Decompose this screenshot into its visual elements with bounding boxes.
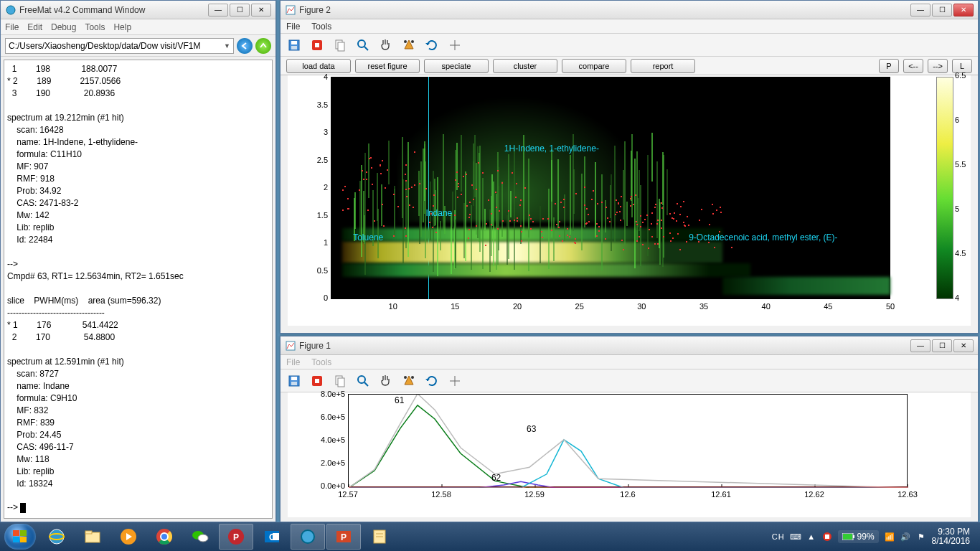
svg-rect-47 [85,531,92,534]
colorbar-ticks: 6.565.554.54 [955,75,969,299]
reset-view-icon[interactable] [424,37,440,53]
taskbar-chrome[interactable] [147,524,182,550]
tray-app-icon[interactable] [822,532,832,542]
pan-icon[interactable] [378,37,394,53]
zoom-icon[interactable] [355,373,371,389]
heatmap[interactable]: 1H-Indene, 1-ethylidene-IndaneToluene9-O… [331,77,890,299]
network-icon[interactable]: 📶 [885,532,895,542]
figure2-titlebar[interactable]: Figure 2 — ☐ ✕ [281,1,978,19]
stop-icon[interactable] [309,373,325,389]
keyboard-icon[interactable]: ⌨ [791,532,801,542]
zoom-icon[interactable] [355,37,371,53]
taskbar-wechat[interactable] [183,524,217,550]
freemat-titlebar[interactable]: FreeMat v4.2 Command Window — ☐ ✕ [1,1,275,19]
cluster-button[interactable]: cluster [493,59,557,73]
svg-point-13 [411,40,414,43]
menu-file[interactable]: File [286,22,300,32]
menu-tools[interactable]: Tools [311,22,331,32]
path-dropdown[interactable]: C:/Users/Xiaosheng/Desktop/data/Dow visi… [5,38,234,54]
reset-figure-button[interactable]: reset figure [355,59,420,73]
rotate-icon[interactable] [401,373,417,389]
menu-help[interactable]: Help [113,22,131,32]
copy-icon[interactable] [332,373,348,389]
taskbar-explorer[interactable] [75,524,110,550]
figure-app-icon [285,4,296,16]
svg-point-55 [198,534,208,542]
load-data-button[interactable]: load data [286,59,351,73]
figure2-plot[interactable]: 00.511.522.533.54 1H-Indene, 1-ethyliden… [288,75,971,326]
language-indicator[interactable]: CH [772,532,785,541]
copy-icon[interactable] [332,37,348,53]
menu-file[interactable]: File [5,22,19,32]
taskbar-app-p[interactable]: P [219,524,253,550]
path-text: C:/Users/Xiaosheng/Desktop/data/Dow visi… [9,41,200,51]
maximize-button[interactable]: ☐ [230,4,250,17]
close-button[interactable]: ✕ [251,4,271,17]
taskbar-mediaplayer[interactable] [111,524,146,550]
prompt: --> [7,502,20,512]
minimize-button[interactable]: — [910,339,930,352]
stop-icon[interactable] [309,37,325,53]
volume-icon[interactable]: 🔊 [900,532,910,542]
nav-up-button[interactable] [255,38,271,54]
date: 8/14/2016 [932,537,970,546]
menu-debug[interactable]: Debug [51,22,76,32]
save-icon[interactable] [286,37,302,53]
line-chart[interactable]: 616263 [348,394,908,487]
menu-edit[interactable]: Edit [27,22,42,32]
svg-text:61: 61 [395,395,405,405]
rotate-icon[interactable] [401,37,417,53]
close-button[interactable]: ✕ [953,339,974,352]
svg-rect-60 [273,533,279,540]
chevron-down-icon: ▼ [224,42,230,50]
svg-point-44 [50,529,64,544]
windows-logo-icon [13,530,27,543]
figure2-toolbar [281,34,978,57]
nav-p-button[interactable]: P [879,59,899,73]
start-button[interactable] [4,524,36,550]
taskbar-powerpoint[interactable]: P [326,524,361,550]
freemat-title: FreeMat v4.2 Command Window [19,5,208,15]
figure-app-icon [285,340,296,352]
menu-tools[interactable]: Tools [311,357,331,367]
crosshair-icon[interactable] [447,373,463,389]
maximize-button[interactable]: ☐ [932,4,952,17]
svg-point-25 [358,376,365,383]
compare-button[interactable]: compare [562,59,626,73]
freemat-window: FreeMat v4.2 Command Window — ☐ ✕ File E… [0,0,276,522]
figure1-title: Figure 1 [299,341,910,351]
pan-icon[interactable] [378,373,394,389]
close-button[interactable]: ✕ [953,4,974,17]
menu-file[interactable]: File [286,357,300,367]
svg-line-26 [364,382,368,386]
svg-marker-14 [425,43,430,45]
speciate-button[interactable]: speciate [424,59,489,73]
minimize-button[interactable]: — [910,4,930,17]
figure1-plot[interactable]: 0.0e+02.0e+54.0e+56.0e+58.0e+5 616263 12… [288,392,971,517]
taskbar-freemat[interactable] [291,524,325,550]
tray-chevron-icon[interactable]: ▲ [806,532,816,542]
console-output[interactable]: 1 198 188.0077 * 2 189 2157.0566 3 190 2… [4,60,273,519]
flag-icon[interactable]: ⚑ [916,532,926,542]
crosshair-icon[interactable] [447,37,463,53]
taskbar-ie[interactable] [39,524,74,550]
chart-svg: 616263 [349,395,908,488]
nav-prev-button[interactable]: <-- [903,59,923,73]
figure1-titlebar[interactable]: Figure 1 — ☐ ✕ [281,336,978,355]
battery-pct: 99% [857,532,875,542]
menu-tools[interactable]: Tools [85,22,105,32]
reset-view-icon[interactable] [424,373,440,389]
battery-indicator[interactable]: 99% [838,530,879,543]
report-button[interactable]: report [631,59,695,73]
svg-rect-3 [291,41,297,44]
svg-point-61 [301,530,314,543]
nav-next-button[interactable]: --> [928,59,948,73]
taskbar-notes[interactable] [362,524,397,550]
console-text: 1 198 188.0077 * 2 189 2157.0566 3 190 2… [7,64,184,489]
clock[interactable]: 9:30 PM 8/14/2016 [932,527,970,546]
taskbar-outlook[interactable]: O [255,524,289,550]
nav-back-button[interactable] [237,38,253,54]
save-icon[interactable] [286,373,302,389]
minimize-button[interactable]: — [208,4,228,17]
maximize-button[interactable]: ☐ [932,339,952,352]
